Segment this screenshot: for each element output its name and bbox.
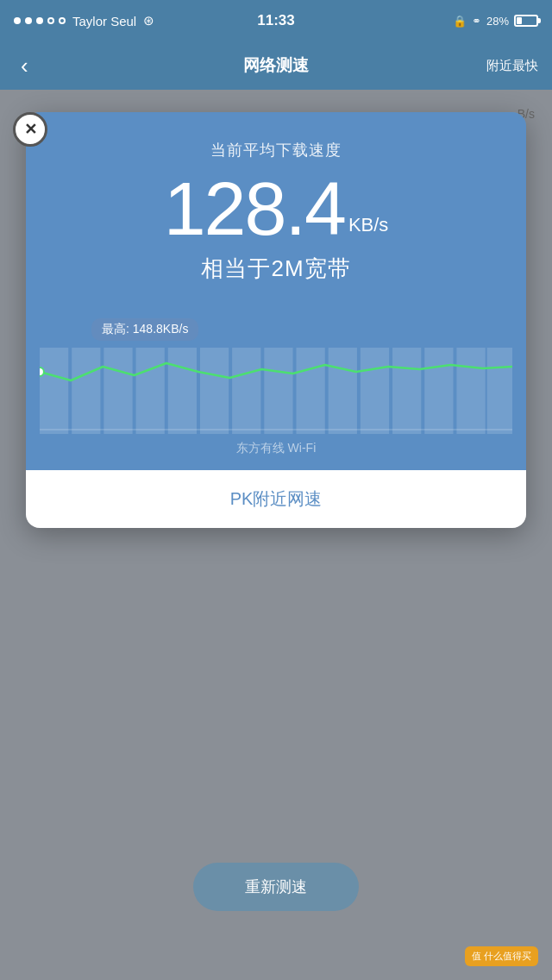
status-left: Taylor Seul ⊛ <box>14 13 154 28</box>
dot-4 <box>47 17 54 24</box>
speed-chart <box>40 348 512 434</box>
nav-right-label[interactable]: 附近最快 <box>486 58 538 74</box>
nav-bar: ‹ 网络测速 附近最快 <box>0 41 552 90</box>
pk-button-label[interactable]: PK附近网速 <box>230 489 323 508</box>
svg-rect-1 <box>72 348 100 434</box>
svg-rect-8 <box>296 348 324 434</box>
speed-equiv: 相当于2M宽带 <box>201 254 350 284</box>
status-right: 🔒 ⚭ 28% <box>453 15 538 28</box>
svg-rect-12 <box>424 348 453 434</box>
svg-rect-7 <box>264 348 292 434</box>
svg-rect-2 <box>104 348 132 434</box>
modal-top: 当前平均下载速度 128.4 KB/s 相当于2M宽带 <box>26 112 526 305</box>
dot-1 <box>14 17 21 24</box>
battery-fill <box>517 17 522 24</box>
badge-label: 值 什么值得买 <box>472 951 531 961</box>
modal-subtitle: 当前平均下载速度 <box>210 140 342 160</box>
retest-label: 重新测速 <box>245 878 307 895</box>
dot-5 <box>59 17 66 24</box>
modal-bottom[interactable]: PK附近网速 <box>26 470 526 528</box>
chart-network-label: 东方有线 Wi-Fi <box>40 434 512 460</box>
battery-percent: 28% <box>486 15 509 28</box>
battery-bar <box>514 15 538 27</box>
svg-rect-5 <box>200 348 229 434</box>
svg-rect-11 <box>392 348 421 434</box>
status-time: 11:33 <box>257 12 294 29</box>
close-icon: ✕ <box>24 120 37 139</box>
svg-rect-9 <box>329 348 357 434</box>
nav-title: 网络测速 <box>243 54 309 77</box>
signal-dots <box>14 17 66 24</box>
svg-rect-13 <box>456 348 485 434</box>
svg-point-16 <box>40 368 44 376</box>
speed-number: 128.4 <box>164 171 345 247</box>
svg-rect-4 <box>168 348 197 434</box>
svg-rect-14 <box>487 348 512 434</box>
status-bar: Taylor Seul ⊛ 11:33 🔒 ⚭ 28% <box>0 0 552 41</box>
speed-value-row: 128.4 KB/s <box>164 171 389 247</box>
svg-rect-3 <box>136 348 165 434</box>
retest-button[interactable]: 重新测速 <box>193 863 359 911</box>
close-button[interactable]: ✕ <box>13 112 47 147</box>
chart-area: 最高: 148.8KB/s <box>26 305 526 470</box>
lock-icon: 🔒 <box>453 15 467 28</box>
svg-rect-6 <box>232 348 260 434</box>
carrier-name: Taylor Seul <box>72 14 136 28</box>
chart-tooltip: 最高: 148.8KB/s <box>91 318 198 341</box>
svg-rect-10 <box>361 348 389 434</box>
chart-svg-wrap <box>40 348 512 434</box>
modal-card: 当前平均下载速度 128.4 KB/s 相当于2M宽带 最高: 148.8KB/… <box>26 112 526 528</box>
dot-2 <box>25 17 32 24</box>
wifi-icon: ⊛ <box>143 13 154 28</box>
bluetooth-icon: ⚭ <box>472 15 481 28</box>
back-button[interactable]: ‹ <box>14 49 35 83</box>
dot-3 <box>36 17 43 24</box>
svg-rect-0 <box>40 348 68 434</box>
speed-unit: KB/s <box>348 214 388 236</box>
bottom-badge: 值 什么值得买 <box>465 946 538 966</box>
